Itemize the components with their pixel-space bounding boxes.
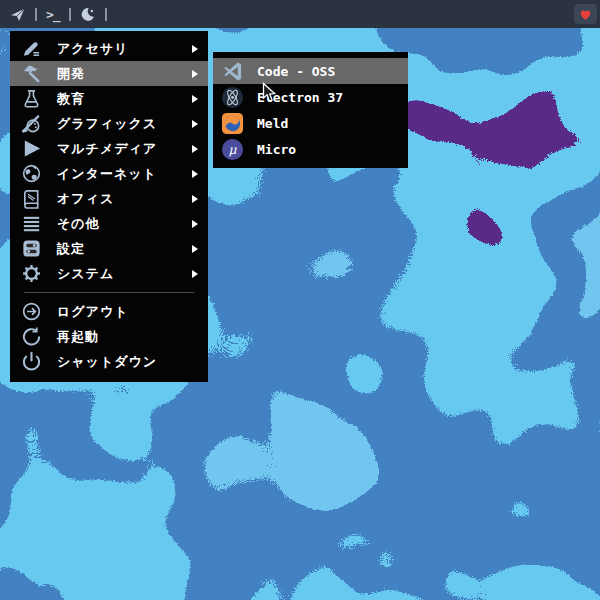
- menu-item-label: インターネット: [57, 165, 192, 183]
- power-icon: [21, 351, 42, 372]
- menu-item-label: ログアウト: [57, 303, 198, 321]
- menu-item-restart[interactable]: 再起動: [10, 324, 208, 349]
- menu-item-settings[interactable]: 設定: [10, 236, 208, 261]
- menu-item-label: オフィス: [57, 190, 192, 208]
- submenu-arrow-icon: [192, 220, 198, 228]
- application-menu: アクセサリ 開発 教育 グラフィックス: [10, 31, 208, 382]
- play-icon: [21, 138, 42, 159]
- menu-item-label: 設定: [57, 240, 192, 258]
- menu-item-internet[interactable]: インターネット: [10, 161, 208, 186]
- lines-icon: [21, 213, 42, 234]
- submenu-arrow-icon: [192, 195, 198, 203]
- menu-item-label: 開発: [57, 65, 192, 83]
- desktop: >_ アクセサリ 開発: [0, 0, 600, 600]
- toggles-icon: [21, 238, 42, 259]
- crescent-moon-icon[interactable]: [80, 6, 96, 22]
- mouse-cursor: [262, 82, 277, 104]
- palette-brush-icon: [21, 113, 42, 134]
- menu-item-logout[interactable]: ログアウト: [10, 299, 208, 324]
- submenu-arrow-icon: [192, 70, 198, 78]
- submenu-arrow-icon: [192, 95, 198, 103]
- pencil-icon: [21, 38, 42, 59]
- submenu-arrow-icon: [192, 270, 198, 278]
- menu-item-label: マルチメディア: [57, 140, 192, 158]
- submenu-arrow-icon: [192, 145, 198, 153]
- menu-item-label: グラフィックス: [57, 115, 192, 133]
- menu-item-label: シャットダウン: [57, 353, 198, 371]
- submenu-item-micro[interactable]: μ Micro: [213, 136, 408, 162]
- separator: [69, 8, 71, 21]
- menu-item-label: 再起動: [57, 328, 198, 346]
- separator: [35, 8, 37, 21]
- menu-item-office[interactable]: オフィス: [10, 186, 208, 211]
- svg-text:μ: μ: [228, 141, 237, 156]
- menu-item-label: システム: [57, 265, 192, 283]
- paper-plane-icon[interactable]: [9, 6, 26, 23]
- menu-item-system[interactable]: システム: [10, 261, 208, 286]
- menu-item-label: 教育: [57, 90, 192, 108]
- submenu-arrow-icon: [192, 45, 198, 53]
- globe-icon: [21, 163, 42, 184]
- menu-item-label: アクセサリ: [57, 40, 192, 58]
- submenu-arrow-icon: [192, 170, 198, 178]
- flask-icon: [21, 88, 42, 109]
- menu-item-accessories[interactable]: アクセサリ: [10, 36, 208, 61]
- menu-item-shutdown[interactable]: シャットダウン: [10, 349, 208, 374]
- book-icon: [21, 188, 42, 209]
- heart-icon: [578, 7, 593, 21]
- submenu-item-code-oss[interactable]: Code - OSS: [213, 58, 408, 84]
- electron-icon: [221, 86, 244, 109]
- micro-icon: μ: [221, 138, 244, 161]
- menu-item-education[interactable]: 教育: [10, 86, 208, 111]
- heart-button[interactable]: [574, 4, 597, 24]
- menu-item-multimedia[interactable]: マルチメディア: [10, 136, 208, 161]
- menu-item-graphics[interactable]: グラフィックス: [10, 111, 208, 136]
- gear-icon: [21, 263, 42, 284]
- submenu-arrow-icon: [192, 120, 198, 128]
- menu-item-other[interactable]: その他: [10, 211, 208, 236]
- submenu-arrow-icon: [192, 245, 198, 253]
- submenu-item-label: Meld: [257, 116, 288, 131]
- menu-separator: [24, 292, 194, 293]
- terminal-glyph: >_: [46, 7, 60, 22]
- terminal-icon[interactable]: >_: [46, 7, 60, 22]
- submenu-item-meld[interactable]: Meld: [213, 110, 408, 136]
- logout-icon: [21, 301, 42, 322]
- restart-icon: [21, 326, 42, 347]
- submenu-item-label: Code - OSS: [257, 64, 335, 79]
- submenu-item-label: Micro: [257, 142, 296, 157]
- development-submenu: Code - OSS Electron 37 Meld μ Micro: [213, 52, 408, 168]
- menu-item-label: その他: [57, 215, 192, 233]
- vscode-icon: [221, 60, 244, 83]
- menu-item-development[interactable]: 開発: [10, 61, 208, 86]
- top-bar: >_: [0, 0, 600, 28]
- topbar-icon-group: >_: [0, 6, 107, 23]
- submenu-item-electron-37[interactable]: Electron 37: [213, 84, 408, 110]
- hammer-icon: [21, 63, 42, 84]
- separator: [105, 8, 107, 21]
- meld-icon: [221, 112, 244, 135]
